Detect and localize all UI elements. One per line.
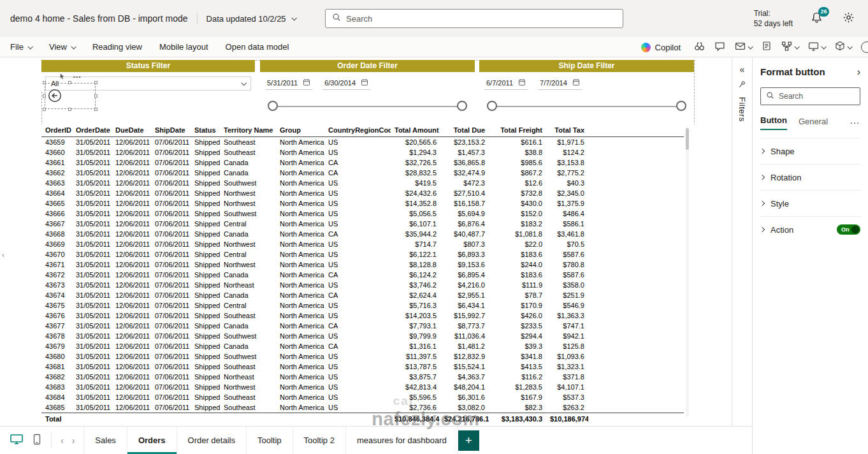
column-header[interactable]: Total Freight [489,124,546,137]
data-updated-dropdown[interactable]: Data updated 10/2/25 [206,14,296,24]
action-toggle[interactable]: On [837,224,860,235]
collapse-pane-icon[interactable]: › [857,67,860,77]
ship-date-start-input[interactable]: 6/7/2011 [484,77,528,90]
comments-button[interactable] [714,41,725,54]
table-row[interactable]: 4367331/05/201112/06/201107/06/2011Shipp… [41,280,684,290]
table-row[interactable]: 4366431/05/201112/06/201107/06/2011Shipp… [41,188,684,198]
global-search[interactable] [325,9,623,28]
format-search[interactable] [760,87,860,105]
table-row[interactable]: 4366331/05/201112/06/201107/06/2011Shipp… [41,178,684,188]
menu-item-mobile-layout[interactable]: Mobile layout [159,42,208,52]
table-row[interactable]: 4368031/05/201112/06/201107/06/2011Shipp… [41,351,684,362]
embed-button[interactable] [835,41,851,54]
table-row[interactable]: 4366231/05/201112/06/201107/06/2011Shipp… [41,168,684,178]
subscribe-button[interactable] [735,41,752,54]
next-page-icon[interactable]: › [72,436,75,446]
pin-icon[interactable] [738,80,746,91]
table-row[interactable]: 4367231/05/201112/06/201107/06/2011Shipp… [41,270,684,280]
page-tab-sales[interactable]: Sales [83,427,127,454]
page-tab-order-details[interactable]: Order details [177,427,247,454]
table-row[interactable]: 4367631/05/201112/06/201107/06/2011Shipp… [41,311,684,321]
expand-pane-icon[interactable]: « [740,65,745,74]
column-header[interactable]: OrderDate [72,124,112,137]
table-row[interactable]: 4365931/05/201112/06/201107/06/2011Shipp… [41,137,684,148]
table-row[interactable]: 4368531/05/201112/06/201107/06/2011Shipp… [41,402,684,413]
column-header[interactable]: Total Amount [391,124,440,137]
format-section-action[interactable]: ActionOn [760,216,860,242]
profile-icon[interactable] [861,41,868,53]
resize-handle[interactable] [68,108,71,111]
table-row[interactable]: 4366031/05/201112/06/201107/06/2011Shipp… [41,147,684,157]
mobile-view-icon[interactable] [33,434,41,448]
table-scrollbar[interactable] [686,127,689,417]
search-input[interactable] [346,14,616,24]
menu-item-reading-view[interactable]: Reading view [92,42,142,52]
table-row[interactable]: 4366731/05/201112/06/201107/06/2011Shipp… [41,219,684,229]
pointer-icon[interactable] [59,71,66,82]
table-row[interactable]: 4366131/05/201112/06/201107/06/2011Shipp… [41,157,684,168]
slider-handle-end[interactable] [457,101,467,111]
table-row[interactable]: 4367031/05/201112/06/201107/06/2011Shipp… [41,249,684,260]
column-header[interactable]: Status [191,124,220,137]
scrollbar-thumb[interactable] [686,128,689,150]
menu-item-open-data-model[interactable]: Open data model [226,42,289,52]
page-tab-measures-for-dashboard[interactable]: measures for dashboard [346,427,458,454]
ship-date-end-input[interactable]: 7/7/2014 [538,77,582,90]
notifications-button[interactable]: 26 [808,10,825,27]
table-row[interactable]: 4367131/05/201112/06/201107/06/2011Shipp… [41,260,684,270]
table-row[interactable]: 4368231/05/201112/06/201107/06/2011Shipp… [41,372,684,382]
notes-button[interactable] [762,41,772,54]
menu-item-view[interactable]: View [49,42,75,52]
format-section-style[interactable]: Style [760,190,860,216]
page-tab-tooltip[interactable]: Tooltip [247,427,293,454]
explore-button[interactable] [694,41,705,54]
table-row[interactable]: 4366531/05/201112/06/201107/06/2011Shipp… [41,198,684,209]
previous-page-icon[interactable]: ‹ [61,436,64,446]
format-section-rotation[interactable]: Rotation [760,164,860,190]
more-options-icon[interactable]: ⋯ [73,72,82,82]
column-header[interactable]: Group [276,124,324,137]
table-row[interactable]: 4366831/05/201112/06/201107/06/2011Shipp… [41,229,684,239]
more-options-icon[interactable]: … [850,115,860,130]
table-row[interactable]: 4368431/05/201112/06/201107/06/2011Shipp… [41,392,684,402]
table-row[interactable]: 4367431/05/201112/06/201107/06/2011Shipp… [41,290,684,300]
page-tab-orders[interactable]: Orders [127,427,177,454]
lineage-button[interactable] [781,41,799,54]
settings-button[interactable] [840,10,857,27]
table-row[interactable]: 4367731/05/201112/06/201107/06/2011Shipp… [41,321,684,331]
resize-handle[interactable] [43,108,46,111]
collapse-left-pane-icon[interactable]: ‹ [0,244,6,267]
add-page-button[interactable]: + [458,430,479,451]
table-row[interactable]: 4367531/05/201112/06/201107/06/2011Shipp… [41,300,684,311]
table-row[interactable]: 4367931/05/201112/06/201107/06/2011Shipp… [41,341,684,351]
slider-handle-start[interactable] [268,101,278,111]
column-header[interactable]: Total Due [440,124,489,137]
back-button-visual[interactable]: ⋯ [45,83,96,109]
column-header[interactable]: Total Tax [546,124,588,137]
present-button[interactable] [808,41,825,54]
table-row[interactable]: 4368131/05/201112/06/201107/06/2011Shipp… [41,362,684,372]
slider-handle-end[interactable] [676,101,686,111]
format-search-input[interactable] [779,92,855,101]
format-section-shape[interactable]: Shape [760,138,860,164]
table-row[interactable]: 4367831/05/201112/06/201107/06/2011Shipp… [41,331,684,341]
format-tab-button[interactable]: Button [760,115,787,130]
order-date-end-input[interactable]: 6/30/2014 [322,77,370,90]
table-row[interactable]: 4368331/05/201112/06/201107/06/2011Shipp… [41,382,684,392]
table-row[interactable]: 4366631/05/201112/06/201107/06/2011Shipp… [41,209,684,219]
menu-item-file[interactable]: File [10,42,32,52]
back-arrow-icon[interactable] [46,87,64,105]
resize-handle[interactable] [94,94,98,98]
order-date-start-input[interactable]: 5/31/2011 [265,77,312,90]
column-header[interactable]: OrderID [41,124,72,137]
slider-handle-start[interactable] [487,101,497,111]
web-view-icon[interactable] [10,434,23,448]
resize-handle[interactable] [94,108,98,111]
page-tab-tooltip-2[interactable]: Tooltip 2 [293,427,346,454]
column-header[interactable]: Territory Name [220,124,276,137]
resize-handle[interactable] [94,81,98,84]
column-header[interactable]: DueDate [112,124,151,137]
column-header[interactable]: CountryRegionCode [324,124,391,137]
format-tab-general[interactable]: General [799,117,828,130]
copilot-button[interactable]: Copilot [641,43,681,52]
